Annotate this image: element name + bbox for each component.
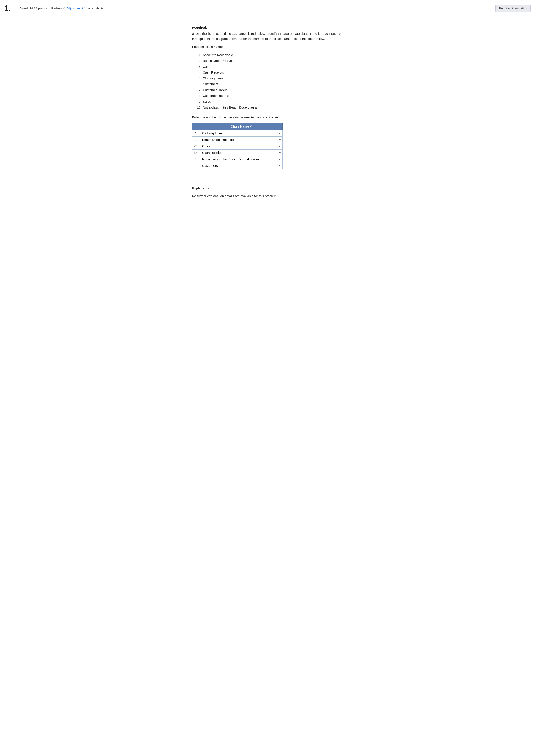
row-letter: E. bbox=[192, 156, 200, 162]
list-item-num: 6. bbox=[196, 81, 202, 87]
list-item: 6.Customers bbox=[196, 81, 343, 87]
question-number: 1. bbox=[4, 4, 13, 13]
question-part: a. bbox=[192, 32, 195, 35]
list-item-num: 10. bbox=[196, 104, 202, 110]
list-item: 3.Cash bbox=[196, 64, 343, 69]
problems-label: Problems? bbox=[51, 7, 66, 10]
award-label: Award: bbox=[19, 7, 29, 10]
list-item-num: 9. bbox=[196, 98, 202, 104]
list-item-num: 7. bbox=[196, 87, 202, 93]
chevron-down-icon bbox=[279, 159, 281, 160]
row-value-cell[interactable]: Accounts ReceivableBeach Dude ProductsCa… bbox=[200, 137, 283, 143]
row-letter: B. bbox=[192, 137, 200, 143]
list-item-num: 2. bbox=[196, 58, 202, 64]
row-value-cell[interactable]: Accounts ReceivableBeach Dude ProductsCa… bbox=[200, 149, 283, 156]
table-row: F.Accounts ReceivableBeach Dude Products… bbox=[192, 162, 283, 169]
list-item-name: Not a class in this Beach Dude diagram bbox=[203, 104, 260, 110]
list-item: 8.Customer Returns bbox=[196, 93, 343, 98]
potential-label: Potential class names: bbox=[192, 45, 343, 48]
answer-select[interactable]: Accounts ReceivableBeach Dude ProductsCa… bbox=[202, 164, 276, 167]
list-item-num: 1. bbox=[196, 52, 202, 58]
list-item: 5.Clothing Lines bbox=[196, 75, 343, 81]
list-item-name: Customer Returns bbox=[203, 93, 229, 98]
answer-table: Class Name # A.Accounts ReceivableBeach … bbox=[192, 122, 283, 169]
explanation-section: Explanation: No further explanation deta… bbox=[192, 182, 343, 199]
list-item-name: Beach Dude Products bbox=[203, 58, 234, 64]
table-row: D.Accounts ReceivableBeach Dude Products… bbox=[192, 149, 283, 156]
answer-select[interactable]: Accounts ReceivableBeach Dude ProductsCa… bbox=[202, 144, 276, 148]
class-names-list: 1.Accounts Receivable2.Beach Dude Produc… bbox=[196, 52, 343, 110]
enter-number-text: Enter the number of the class name next … bbox=[192, 116, 343, 119]
chevron-down-icon bbox=[279, 133, 281, 134]
question-header: 1. Award: 10.00 points Problems? Adjust … bbox=[0, 0, 535, 17]
chevron-down-icon bbox=[279, 146, 281, 147]
list-item-num: 4. bbox=[196, 69, 202, 75]
explanation-heading: Explanation: bbox=[192, 186, 343, 190]
row-value-cell[interactable]: Accounts ReceivableBeach Dude ProductsCa… bbox=[200, 156, 283, 162]
table-row: B.Accounts ReceivableBeach Dude Products… bbox=[192, 137, 283, 143]
chevron-down-icon bbox=[279, 152, 281, 153]
row-letter: A. bbox=[192, 130, 200, 137]
list-item-name: Customers bbox=[203, 81, 219, 87]
question-body: Required: a. Use the list of potential c… bbox=[175, 17, 360, 207]
explanation-text: No further explanation details are avail… bbox=[192, 194, 343, 199]
chevron-down-icon bbox=[279, 165, 281, 166]
chevron-down-icon bbox=[279, 139, 281, 141]
row-value-cell[interactable]: Accounts ReceivableBeach Dude ProductsCa… bbox=[200, 162, 283, 169]
row-letter: D. bbox=[192, 149, 200, 156]
list-item: 2.Beach Dude Products bbox=[196, 58, 343, 64]
table-row: E.Accounts ReceivableBeach Dude Products… bbox=[192, 156, 283, 162]
answer-select[interactable]: Accounts ReceivableBeach Dude ProductsCa… bbox=[202, 157, 276, 161]
row-letter: F. bbox=[192, 162, 200, 169]
row-value-cell[interactable]: Accounts ReceivableBeach Dude ProductsCa… bbox=[200, 143, 283, 149]
list-item-name: Clothing Lines bbox=[203, 75, 223, 81]
adjust-credit-suffix: for all students. bbox=[84, 7, 104, 10]
question-body-text: Use the list of potential class names li… bbox=[192, 32, 341, 40]
question-meta: Award: 10.00 points Problems? Adjust cre… bbox=[19, 7, 489, 10]
list-item: 10.Not a class in this Beach Dude diagra… bbox=[196, 104, 343, 110]
list-item-num: 8. bbox=[196, 93, 202, 98]
table-header-classname: Class Name # bbox=[200, 123, 283, 130]
table-row: A.Accounts ReceivableBeach Dude Products… bbox=[192, 130, 283, 137]
list-item-name: Cash Receipts bbox=[203, 69, 224, 75]
list-item-name: Sales bbox=[203, 98, 211, 104]
answer-select[interactable]: Accounts ReceivableBeach Dude ProductsCa… bbox=[202, 151, 276, 154]
list-item: 1.Accounts Receivable bbox=[196, 52, 343, 58]
row-value-cell[interactable]: Accounts ReceivableBeach Dude ProductsCa… bbox=[200, 130, 283, 137]
list-item: 9.Sales bbox=[196, 98, 343, 104]
required-information-button[interactable]: Required information bbox=[495, 5, 531, 12]
list-item: 4.Cash Receipts bbox=[196, 69, 343, 75]
question-text: a. Use the list of potential class names… bbox=[192, 31, 343, 41]
list-item-name: Accounts Receivable bbox=[203, 52, 233, 58]
table-row: C.Accounts ReceivableBeach Dude Products… bbox=[192, 143, 283, 149]
list-item-name: Customer Orders bbox=[203, 87, 228, 93]
answer-select[interactable]: Accounts ReceivableBeach Dude ProductsCa… bbox=[202, 138, 276, 142]
required-heading: Required: bbox=[192, 26, 343, 29]
list-item-num: 5. bbox=[196, 75, 202, 81]
answer-select[interactable]: Accounts ReceivableBeach Dude ProductsCa… bbox=[202, 131, 276, 135]
list-item-num: 3. bbox=[196, 64, 202, 69]
list-item-name: Cash bbox=[203, 64, 211, 69]
list-item: 7.Customer Orders bbox=[196, 87, 343, 93]
adjust-credit-link[interactable]: Adjust credit bbox=[67, 7, 83, 10]
award-value: 10.00 points bbox=[30, 7, 47, 10]
row-letter: C. bbox=[192, 143, 200, 149]
table-header-empty bbox=[192, 123, 200, 130]
